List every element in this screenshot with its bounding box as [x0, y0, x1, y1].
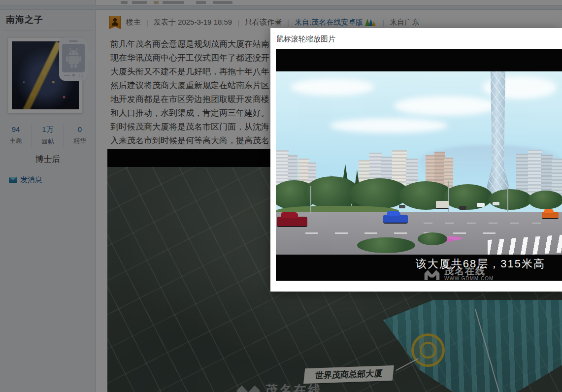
car	[399, 205, 405, 208]
tower-render-image[interactable]: 该大厦共68层，315米高 茂名在线 WWW.GDMM.COM	[276, 49, 562, 281]
car	[459, 206, 466, 210]
tree	[489, 189, 532, 210]
forum-thread-page: 南海之子	[0, 0, 562, 392]
lightbox-title: 鼠标滚轮缩放图片	[276, 34, 335, 44]
car	[477, 203, 485, 207]
image-lightbox: 鼠标滚轮缩放图片	[270, 28, 562, 292]
tree	[528, 191, 562, 209]
gdmm-m-logo-icon	[424, 269, 440, 281]
car-blue	[383, 215, 408, 224]
bush	[357, 237, 415, 253]
car	[493, 202, 499, 205]
gdmm-watermark: 茂名在线 WWW.GDMM.COM	[424, 266, 494, 281]
street-light	[448, 181, 449, 214]
car-orange	[542, 212, 559, 219]
letterbox-bar	[276, 49, 562, 71]
bus	[436, 201, 449, 209]
car-red	[277, 217, 307, 227]
street-light	[507, 187, 508, 213]
street-light	[310, 186, 311, 214]
tree	[443, 184, 493, 210]
flower-bush	[418, 232, 447, 245]
